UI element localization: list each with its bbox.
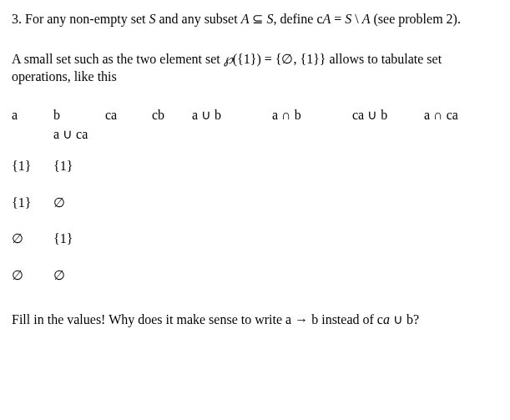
text: For any non-empty set [22,12,149,26]
cell-anca [424,266,474,303]
var-A: A [322,12,331,26]
powerset-sym: ℘ [224,52,233,66]
final-question: Fill in the values! Why does it make sen… [12,311,498,329]
cell-anb [272,194,352,230]
col-header-auca: a ∪ ca [53,125,105,157]
cell-anb [272,230,352,266]
problem-number: 3. [12,12,22,26]
text: , define c [273,12,322,26]
text: (see problem 2). [371,12,461,26]
cell-b: {1} [53,230,105,266]
cell-cb [152,157,192,194]
intro-paragraph: A small set such as the two element set … [12,50,498,86]
cell-caub [352,230,424,266]
cell-ca [105,194,152,230]
text: Fill in the values! Why does it make sen… [12,312,383,326]
cell-ca [105,230,152,266]
cell-anca [424,194,474,230]
var-A: A [362,12,371,26]
cell-a: ∅ [12,266,53,303]
setminus-sym: \ [351,12,361,26]
text: A small set such as the two element set [12,52,224,66]
col-header-anb: a ∩ b [272,106,352,126]
var-A: A [241,12,250,26]
cell-cb [152,266,192,303]
problem-definition: 3. For any non-empty set S and any subse… [12,10,498,28]
text: ∪ b? [390,312,419,326]
var-a: a [383,312,390,326]
cell-caub [352,194,424,230]
cell-cb [152,230,192,266]
col-header-a: a [12,106,53,126]
cell-anb [272,266,352,303]
col-header-b: b [53,106,105,126]
cell-anb [272,157,352,194]
table-row: {1} {1} [12,157,474,194]
cell-anca [424,157,474,194]
text: and any subset [155,12,240,26]
cell-b: {1} [53,157,105,194]
table-header: a b ca cb a ∪ b a ∩ b ca ∪ b a ∩ ca [12,106,474,126]
cell-b: ∅ [53,266,105,303]
cell-caub [352,157,424,194]
eq-sym: = [331,12,345,26]
cell-aub [192,266,272,303]
subset-sym: ⊆ [249,12,266,26]
table-row: ∅ ∅ [12,266,474,303]
operations-table: a b ca cb a ∪ b a ∩ b ca ∪ b a ∩ ca a ∪ … [12,106,474,303]
cell-b: ∅ [53,194,105,230]
cell-cb [152,194,192,230]
cell-aub [192,194,272,230]
table-header-2: a ∪ ca [12,125,474,157]
cell-a: ∅ [12,230,53,266]
cell-ca [105,266,152,303]
cell-caub [352,266,424,303]
cell-ca [105,157,152,194]
table-row: {1} ∅ [12,194,474,230]
table-row: ∅ {1} [12,230,474,266]
cell-aub [192,157,272,194]
col-header-aub: a ∪ b [192,106,272,126]
cell-a: {1} [12,194,53,230]
col-header-ca: ca [105,106,152,126]
col-header-caub: ca ∪ b [352,106,424,126]
cell-aub [192,230,272,266]
cell-anca [424,230,474,266]
cell-a: {1} [12,157,53,194]
col-header-cb: cb [152,106,192,126]
col-header-anca: a ∩ ca [424,106,474,126]
